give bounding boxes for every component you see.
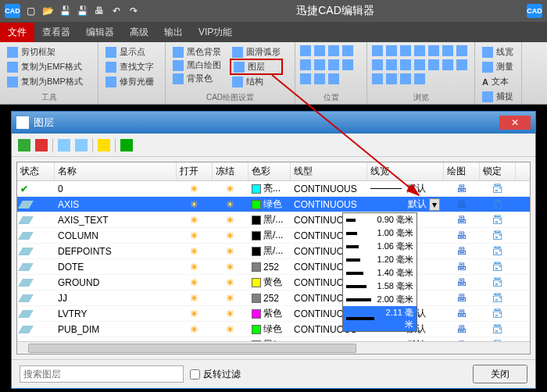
nav-icon[interactable] [386,45,397,56]
ribbon-structure[interactable]: 结构 [230,75,283,88]
tab-viewer[interactable]: 查看器 [34,23,78,42]
tab-vip[interactable]: VIP功能 [191,23,240,42]
nav-icon[interactable] [456,45,467,56]
ribbon-layers[interactable]: 图层 [230,59,283,75]
col-lineweight[interactable]: 线宽 [367,162,444,180]
freeze-icon[interactable] [58,139,70,151]
ribbon-black-bg[interactable]: 黑色背景 [170,45,223,59]
ribbon-snap[interactable]: 捕捉 [480,90,517,103]
col-name[interactable]: 名称 [55,162,177,180]
new-icon[interactable]: ▢ [23,4,38,18]
col-color[interactable]: 色彩 [248,162,291,180]
print-icon[interactable]: 🖶 [92,4,106,18]
lineweight-option[interactable]: 1.20 毫米 [343,253,417,266]
ribbon-bw-draw[interactable]: 黑白绘图 [170,59,223,72]
tab-file[interactable]: 文件 [0,23,34,42]
ribbon-text[interactable]: A文本 [480,75,517,88]
table-row[interactable]: GROUND☀☀黄色CONTINUOUS🖶🖆 [17,275,530,290]
new-layer-icon[interactable] [18,139,30,151]
pos-icon[interactable] [328,45,339,56]
col-open[interactable]: 打开 [177,162,213,180]
lineweight-dropdown[interactable]: 0.90 毫米1.00 毫米1.06 毫米1.20 毫米1.40 毫米1.58 … [342,212,417,332]
ribbon-show-points[interactable]: 显示点 [103,45,160,59]
nav-icon[interactable] [372,59,383,70]
lineweight-option[interactable]: 1.06 毫米 [343,240,417,253]
lineweight-option[interactable]: 2.11 毫米 [343,306,417,331]
table-row[interactable]: LVTRY☀☀紫色CONTINUOUS默认🖶🖆 [17,306,530,322]
nav-icon[interactable] [400,59,411,70]
delete-layer-icon[interactable] [35,139,48,151]
nav-icon[interactable] [456,59,467,70]
pos-icon[interactable] [328,59,339,70]
table-row[interactable]: DEFPOINTS☀☀黑/...CONTINUOUS🖶🖆 [17,244,530,259]
pos-icon[interactable] [314,45,325,56]
ribbon-measure[interactable]: 测量 [480,60,517,73]
pos-icon[interactable] [300,73,311,84]
ribbon-cut-frame[interactable]: 剪切框架 [5,45,93,59]
nav-icon[interactable] [386,73,397,84]
dialog-titlebar[interactable]: 图层 ✕ [12,112,535,134]
nav-icon[interactable] [442,59,453,70]
pos-icon[interactable] [300,59,311,70]
col-freeze[interactable]: 冻结 [213,162,248,180]
thaw-icon[interactable] [75,139,88,151]
reverse-filter-checkbox[interactable]: 反转过滤 [190,368,241,381]
nav-icon[interactable] [372,73,383,84]
close-button[interactable]: 关闭 [473,365,527,383]
tab-editor[interactable]: 编辑器 [78,23,122,42]
nav-icon[interactable] [428,59,439,70]
nav-icon[interactable] [442,45,453,56]
nav-icon[interactable] [386,59,397,70]
nav-icon[interactable] [400,45,411,56]
ribbon-copy-emf[interactable]: 复制为EMF格式 [5,60,93,73]
pos-icon[interactable] [342,59,353,70]
col-linetype[interactable]: 线型 [291,162,367,180]
nav-icon[interactable] [400,73,411,84]
ribbon-find-text[interactable]: 查找文字 [103,60,160,73]
close-icon[interactable]: ✕ [499,116,531,130]
table-row[interactable]: JJ☀☀252CONTINUOUS🖶🖆 [17,290,530,306]
table-body[interactable]: ✔0☀☀亮...CONTINUOUS默认🖶🖆AXIS☀☀绿色CONTINUOUS… [17,181,530,341]
bulb-icon[interactable] [98,139,110,151]
nav-icon[interactable] [428,45,439,56]
table-row[interactable]: DOTE☀☀252CONTINUOUS🖶🖆 [17,259,530,275]
col-lock[interactable]: 锁定 [480,162,516,180]
ribbon-copy-bmp[interactable]: 复制为BMP格式 [5,75,93,88]
nav-icon[interactable] [414,45,425,56]
open-icon[interactable]: 📂 [41,4,55,18]
pos-icon[interactable] [314,59,325,70]
lineweight-option[interactable]: 1.58 毫米 [343,280,417,293]
pos-icon[interactable] [300,45,311,56]
table-row[interactable]: ✔0☀☀亮...CONTINUOUS默认🖶🖆 [17,181,530,197]
save-icon[interactable]: 💾 [58,4,72,18]
nav-icon[interactable] [414,73,425,84]
pos-icon[interactable] [314,73,325,84]
col-state[interactable]: 状态 [17,162,55,180]
ribbon-trim-raster[interactable]: 修剪光栅 [103,75,160,88]
lineweight-option[interactable]: 1.00 毫米 [343,226,417,240]
ribbon-bg-color[interactable]: 背景色 [170,72,223,85]
horizontal-scrollbar[interactable] [17,341,530,354]
tab-advanced[interactable]: 高级 [122,23,156,42]
lineweight-option[interactable]: 0.90 毫米 [343,213,417,226]
ribbon-smooth-arc[interactable]: 圆滑弧形 [230,45,283,59]
saveas-icon[interactable]: 💾 [75,4,89,18]
app-menu-icon[interactable]: CAD [5,4,20,18]
nav-icon[interactable] [372,45,383,56]
pos-icon[interactable] [328,73,339,84]
tab-output[interactable]: 输出 [156,23,191,42]
col-plot[interactable]: 绘图 [444,162,480,180]
pos-icon[interactable] [342,45,353,56]
lineweight-option[interactable]: 1.40 毫米 [343,266,417,280]
ribbon-lineweight[interactable]: 线宽 [480,45,517,59]
table-row[interactable]: AXIS_TEXT☀☀黑/...CONTINUOUS🖶🖆 [17,212,530,228]
search-input[interactable] [20,365,184,383]
check-icon[interactable] [120,139,133,151]
nav-icon[interactable] [414,59,425,70]
table-row[interactable]: COLUMN☀☀黑/...CONTINUOUS🖶🖆 [17,228,530,244]
table-row[interactable]: PUB_DIM☀☀绿色CONTINUOUS默认🖶🖆 [17,322,530,337]
lineweight-option[interactable]: 2.00 毫米 [343,293,417,306]
redo-icon[interactable]: ↷ [127,4,141,18]
undo-icon[interactable]: ↶ [109,4,123,18]
table-row[interactable]: AXIS☀☀绿色CONTINUOUS默认▾🖶🖆 [17,197,530,212]
